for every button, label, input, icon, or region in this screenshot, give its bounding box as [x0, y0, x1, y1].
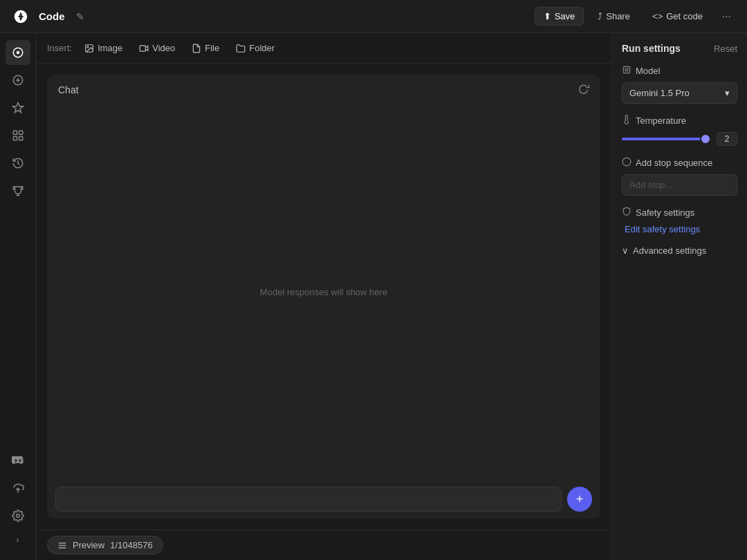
chat-placeholder: Model responses will show here: [47, 104, 600, 480]
get-code-button[interactable]: <> Get code: [644, 8, 711, 25]
sidebar-bottom: ›: [6, 476, 30, 553]
chat-input-row: +: [47, 480, 600, 519]
preview-count: 1/1048576: [110, 540, 152, 550]
save-button[interactable]: ⬆ Save: [535, 7, 584, 26]
folder-icon: [236, 44, 246, 53]
sidebar-item-models[interactable]: [6, 95, 30, 120]
topbar-actions: ⬆ Save ⤴ Share <> Get code ⋯: [535, 7, 736, 26]
chevron-down-icon: ▾: [725, 88, 730, 98]
svg-point-13: [87, 46, 89, 48]
svg-rect-14: [140, 45, 145, 50]
chevron-down-icon-advanced: ∨: [622, 245, 629, 256]
image-icon: [84, 44, 94, 53]
run-settings-title: Run settings: [622, 43, 681, 54]
svg-marker-5: [12, 103, 23, 113]
insert-video-button[interactable]: Video: [132, 40, 182, 56]
chat-send-button[interactable]: +: [567, 487, 592, 512]
insert-label: Insert:: [47, 43, 72, 53]
chat-input[interactable]: [55, 487, 562, 512]
svg-rect-8: [13, 137, 17, 140]
stop-sequence-input[interactable]: [622, 174, 737, 196]
main-layout: › Insert: Image Video: [0, 33, 747, 560]
save-icon: ⬆: [544, 11, 551, 21]
topbar: Code ✎ ⬆ Save ⤴ Share <> Get code ⋯: [0, 0, 747, 33]
edit-icon[interactable]: ✎: [76, 11, 84, 22]
insert-image-button[interactable]: Image: [77, 40, 129, 56]
chat-box: Chat Model responses will show here +: [47, 75, 600, 519]
model-icon: [622, 65, 631, 77]
safety-section: Safety settings Edit safety settings: [622, 207, 737, 234]
code-icon: <>: [652, 11, 663, 21]
stop-sequence-section: Add stop sequence: [622, 157, 737, 196]
reset-button[interactable]: Reset: [714, 44, 737, 54]
safety-label: Safety settings: [622, 207, 737, 218]
preview-pill[interactable]: Preview 1/1048576: [47, 536, 163, 554]
video-icon: [139, 44, 149, 53]
temperature-row: 2: [622, 132, 737, 146]
svg-rect-6: [13, 131, 17, 134]
sidebar-item-discord[interactable]: [6, 448, 30, 473]
svg-point-1: [16, 51, 19, 55]
svg-point-20: [622, 158, 631, 166]
sidebar-collapse-button[interactable]: ›: [10, 531, 26, 548]
more-options-button[interactable]: ⋯: [717, 7, 736, 26]
stop-sequence-label: Add stop sequence: [622, 157, 737, 169]
file-icon: [192, 44, 201, 53]
chat-title: Chat: [58, 84, 79, 95]
bottom-bar: Preview 1/1048576: [36, 530, 611, 560]
model-dropdown[interactable]: Gemini 1.5 Pro ▾: [622, 82, 737, 104]
insert-bar: Insert: Image Video: [36, 33, 611, 64]
sidebar-item-history[interactable]: [6, 151, 30, 176]
chat-container: Chat Model responses will show here +: [36, 64, 611, 530]
insert-folder-button[interactable]: Folder: [229, 40, 282, 56]
temperature-slider[interactable]: [622, 138, 711, 140]
topbar-logo: [11, 7, 30, 26]
svg-rect-18: [623, 66, 629, 73]
svg-point-11: [16, 514, 19, 518]
model-section: Model Gemini 1.5 Pro ▾: [622, 65, 737, 104]
preview-label: Preview: [73, 540, 104, 550]
svg-rect-9: [19, 137, 22, 140]
svg-rect-7: [19, 131, 22, 134]
sidebar-item-grid[interactable]: [6, 123, 30, 148]
run-settings-header: Run settings Reset: [622, 43, 737, 54]
temperature-value: 2: [717, 132, 737, 146]
share-icon: ⤴: [598, 11, 602, 21]
sidebar-item-add[interactable]: [6, 68, 30, 93]
svg-rect-19: [625, 68, 628, 71]
sidebar-item-settings[interactable]: [6, 503, 30, 528]
temperature-section: Temperature 2: [622, 115, 737, 146]
stop-icon: [622, 157, 631, 169]
advanced-settings-toggle[interactable]: ∨ Advanced settings: [622, 245, 737, 256]
temperature-label: Temperature: [622, 115, 737, 127]
sidebar: ›: [0, 33, 36, 560]
sidebar-item-upload[interactable]: [6, 476, 30, 501]
list-icon: [57, 541, 67, 550]
edit-safety-settings-link[interactable]: Edit safety settings: [622, 224, 737, 234]
share-button[interactable]: ⤴ Share: [589, 8, 638, 25]
chat-refresh-icon[interactable]: [578, 83, 589, 96]
chat-header: Chat: [47, 75, 600, 104]
run-settings-panel: Run settings Reset Model Gemini 1.5 Pro …: [611, 33, 747, 560]
sidebar-item-trophy[interactable]: [6, 178, 30, 203]
page-title: Code: [39, 10, 65, 22]
model-label: Model: [622, 65, 737, 77]
content-area: Insert: Image Video: [36, 33, 611, 560]
sidebar-item-logo[interactable]: [6, 40, 30, 65]
insert-file-button[interactable]: File: [185, 40, 226, 56]
safety-icon: [622, 207, 631, 218]
temperature-icon: [622, 115, 631, 127]
